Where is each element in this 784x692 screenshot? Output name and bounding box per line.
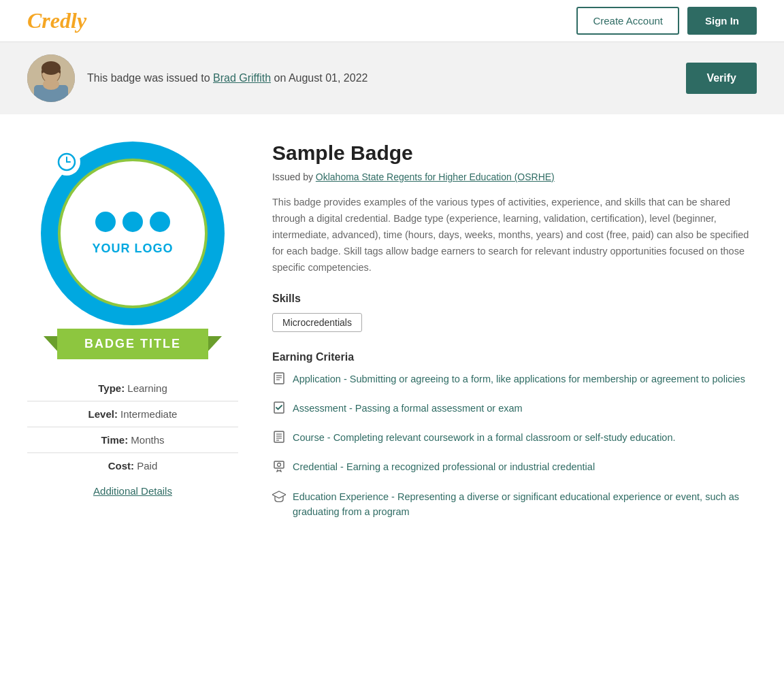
criteria-item-credential: Credential - Earning a recognized profes… [272, 459, 757, 476]
badge-dot-2 [122, 212, 143, 232]
main-content: YOUR LOGO BADGE TITLE Type: Learning Lev… [0, 114, 784, 559]
badge-details: Type: Learning Level: Intermediate Time:… [27, 376, 238, 497]
svg-marker-21 [272, 491, 286, 498]
clock-icon [53, 148, 80, 176]
create-account-button[interactable]: Create Account [576, 7, 679, 35]
criteria-item-assessment: Assessment - Passing a formal assessment… [272, 401, 757, 418]
ribbon-left-tail [44, 336, 59, 352]
badge-circle-inner: YOUR LOGO [58, 159, 208, 308]
ribbon-right-tail [207, 336, 222, 352]
course-icon [272, 431, 286, 447]
svg-rect-9 [274, 373, 284, 384]
education-icon [272, 490, 286, 506]
badge-graphic: YOUR LOGO BADGE TITLE [34, 142, 231, 359]
nav-buttons: Create Account Sign In [576, 7, 757, 35]
right-column: Sample Badge Issued by Oklahoma State Re… [272, 142, 757, 532]
time-label: Time: [101, 434, 128, 446]
banner-text: This badge was issued to Brad Griffith o… [87, 72, 368, 84]
type-label: Type: [98, 382, 125, 394]
additional-details-link[interactable]: Additional Details [93, 485, 172, 497]
issuer-link[interactable]: Oklahoma State Regents for Higher Educat… [316, 171, 555, 182]
criteria-text-application: Application - Submitting or agreeing to … [293, 372, 745, 386]
badge-dot-1 [95, 212, 116, 232]
ribbon-title: BADGE TITLE [57, 329, 208, 359]
issued-post: on August 01, 2022 [271, 72, 368, 84]
assessment-icon [272, 401, 286, 418]
skills-list: Microcredentials [272, 313, 757, 332]
issued-by: Issued by Oklahoma State Regents for Hig… [272, 171, 757, 182]
svg-point-20 [278, 463, 281, 467]
time-detail: Time: Months [27, 427, 238, 453]
badge-description: This badge provides examples of the vari… [272, 195, 757, 276]
earning-criteria-section: Earning Criteria Application - Submittin… [272, 351, 757, 520]
cost-detail: Cost: Paid [27, 453, 238, 478]
badge-dot-3 [150, 212, 170, 232]
criteria-text-credential: Credential - Earning a recognized profes… [293, 459, 595, 474]
level-label: Level: [88, 408, 118, 420]
left-column: YOUR LOGO BADGE TITLE Type: Learning Lev… [27, 142, 238, 532]
cost-value: Paid [137, 460, 157, 472]
badge-dots [95, 212, 170, 232]
skill-tag-microcredentials[interactable]: Microcredentials [272, 313, 362, 332]
badge-ribbon: BADGE TITLE [34, 329, 231, 359]
recipient-link[interactable]: Brad Griffith [213, 72, 271, 84]
badge-banner: This badge was issued to Brad Griffith o… [0, 42, 784, 114]
cost-label: Cost: [108, 460, 134, 472]
avatar-image [27, 54, 75, 102]
banner-left: This badge was issued to Brad Griffith o… [27, 54, 368, 102]
criteria-text-education: Education Experience - Representing a di… [293, 489, 757, 520]
svg-rect-19 [274, 461, 284, 468]
issued-pre: This badge was issued to [87, 72, 213, 84]
credential-icon [272, 460, 286, 476]
criteria-item-application: Application - Submitting or agreeing to … [272, 372, 757, 389]
application-icon [272, 372, 286, 389]
time-value: Months [131, 434, 164, 446]
sign-in-button[interactable]: Sign In [687, 7, 757, 35]
criteria-text-course: Course - Completing relevant coursework … [293, 430, 676, 445]
top-navigation: Credly Create Account Sign In [0, 0, 784, 42]
earning-criteria-title: Earning Criteria [272, 351, 757, 363]
avatar [27, 54, 75, 102]
credly-logo[interactable]: Credly [27, 8, 86, 33]
svg-point-5 [42, 61, 61, 75]
type-detail: Type: Learning [27, 376, 238, 401]
badge-title: Sample Badge [272, 142, 757, 165]
level-value: Intermediate [120, 408, 177, 420]
criteria-text-assessment: Assessment - Passing a formal assessment… [293, 401, 523, 416]
badge-circle-outer: YOUR LOGO [41, 142, 225, 325]
criteria-item-education: Education Experience - Representing a di… [272, 489, 757, 520]
skills-section-title: Skills [272, 293, 757, 305]
badge-logo-text: YOUR LOGO [92, 242, 173, 256]
level-detail: Level: Intermediate [27, 401, 238, 427]
type-value: Learning [127, 382, 167, 394]
verify-button[interactable]: Verify [686, 63, 757, 94]
criteria-item-course: Course - Completing relevant coursework … [272, 430, 757, 447]
